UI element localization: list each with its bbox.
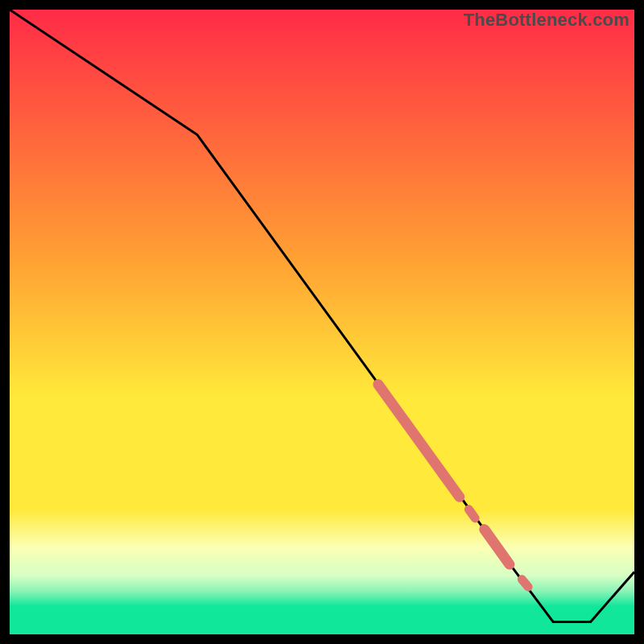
chart-frame: TheBottleneck.com	[10, 10, 634, 634]
highlight-segment-3	[522, 580, 528, 587]
highlight-segment-1	[469, 510, 475, 518]
bottleneck-chart	[10, 10, 634, 634]
watermark-text: TheBottleneck.com	[464, 10, 630, 31]
gradient-background	[10, 10, 634, 634]
